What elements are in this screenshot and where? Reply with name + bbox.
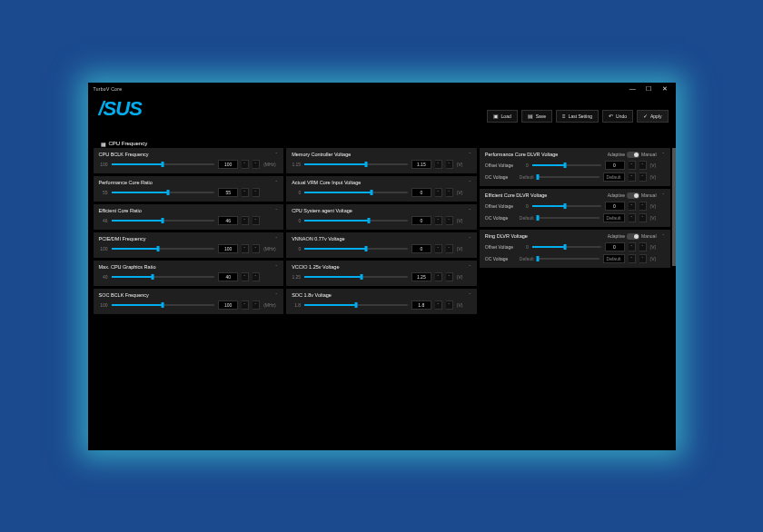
mode-toggle[interactable]: Adaptive Manual: [608, 192, 657, 199]
value-input[interactable]: 0: [411, 216, 431, 225]
collapse-icon[interactable]: ˄: [662, 233, 665, 239]
value-input[interactable]: 100: [218, 300, 238, 310]
step-up-button[interactable]: ˄: [242, 216, 249, 225]
value-input[interactable]: Default: [603, 213, 625, 222]
slider[interactable]: [304, 276, 408, 278]
collapse-icon[interactable]: ˄: [275, 152, 278, 157]
slider[interactable]: [112, 220, 215, 222]
collapse-icon[interactable]: ˄: [662, 152, 665, 157]
mode-toggle[interactable]: Adaptive Manual: [608, 233, 657, 240]
slider[interactable]: [112, 163, 215, 165]
collapse-icon[interactable]: ˄: [469, 208, 471, 213]
step-up-button[interactable]: ˄: [242, 160, 249, 169]
step-down-button[interactable]: ˅: [253, 244, 260, 253]
slider[interactable]: [304, 163, 408, 165]
step-up-button[interactable]: ˄: [435, 300, 442, 310]
step-down-button[interactable]: ˅: [253, 188, 260, 197]
slider[interactable]: [532, 164, 601, 166]
undo-button[interactable]: ↶Undo: [602, 110, 633, 123]
collapse-icon[interactable]: ˄: [275, 264, 278, 270]
step-down-button[interactable]: ˅: [446, 244, 453, 253]
step-up-button[interactable]: ˄: [629, 161, 636, 170]
collapse-icon[interactable]: ˄: [275, 236, 278, 241]
step-up-button[interactable]: ˄: [435, 272, 442, 281]
step-down-button[interactable]: ˅: [446, 272, 453, 281]
step-down-button[interactable]: ˅: [639, 213, 647, 222]
slider[interactable]: [304, 220, 408, 222]
value-input[interactable]: 100: [218, 160, 238, 169]
collapse-icon[interactable]: ˄: [275, 180, 278, 185]
step-down-button[interactable]: ˅: [253, 272, 260, 281]
step-up-button[interactable]: ˄: [242, 188, 249, 197]
maximize-button[interactable]: ☐: [645, 84, 654, 94]
step-down-button[interactable]: ˅: [639, 242, 647, 251]
step-up-button[interactable]: ˄: [242, 300, 249, 310]
last-setting-button[interactable]: ≡Last Setting: [556, 110, 599, 123]
toggle-track[interactable]: [627, 192, 639, 199]
step-down-button[interactable]: ˅: [446, 300, 453, 310]
load-button[interactable]: ▣Load: [487, 110, 518, 123]
save-button[interactable]: ▤Save: [521, 110, 552, 123]
step-up-button[interactable]: ˄: [629, 172, 636, 182]
value-input[interactable]: 1.25: [411, 272, 431, 281]
step-up-button[interactable]: ˄: [435, 160, 442, 169]
step-down-button[interactable]: ˅: [253, 300, 260, 310]
value-input[interactable]: 55: [218, 188, 238, 197]
step-down-button[interactable]: ˅: [639, 254, 647, 263]
step-down-button[interactable]: ˅: [446, 160, 453, 169]
minimize-button[interactable]: —: [629, 84, 638, 94]
value-input[interactable]: 40: [218, 272, 238, 281]
toggle-track[interactable]: [627, 233, 639, 240]
slider[interactable]: [112, 192, 215, 193]
step-up-button[interactable]: ˄: [629, 242, 636, 251]
apply-button[interactable]: ✓Apply: [637, 110, 669, 123]
slider[interactable]: [304, 192, 408, 193]
close-button[interactable]: ✕: [661, 84, 670, 94]
value-input[interactable]: 1.15: [411, 160, 431, 169]
slider[interactable]: [112, 304, 215, 306]
step-up-button[interactable]: ˄: [629, 254, 636, 263]
value-input[interactable]: 100: [218, 244, 238, 253]
slider[interactable]: [532, 205, 601, 207]
slider[interactable]: [112, 248, 215, 250]
value-input[interactable]: 0: [411, 188, 431, 197]
collapse-icon[interactable]: ˄: [469, 180, 471, 185]
value-input[interactable]: 0: [411, 244, 431, 253]
step-up-button[interactable]: ˄: [242, 272, 249, 281]
value-input[interactable]: 46: [218, 216, 238, 225]
slider[interactable]: [304, 248, 408, 250]
collapse-icon[interactable]: ˄: [662, 192, 665, 198]
value-input[interactable]: 0: [605, 242, 625, 251]
value-input[interactable]: Default: [603, 172, 625, 182]
slider[interactable]: [532, 246, 601, 248]
step-up-button[interactable]: ˄: [435, 244, 442, 253]
scrollbar-thumb[interactable]: [672, 148, 676, 267]
step-down-button[interactable]: ˅: [253, 160, 260, 169]
step-up-button[interactable]: ˄: [629, 213, 636, 222]
step-up-button[interactable]: ˄: [242, 244, 249, 253]
step-up-button[interactable]: ˄: [435, 216, 442, 225]
collapse-icon[interactable]: ˄: [275, 208, 278, 213]
slider[interactable]: [112, 276, 215, 278]
step-down-button[interactable]: ˅: [639, 161, 647, 170]
slider[interactable]: [538, 258, 600, 260]
step-down-button[interactable]: ˅: [446, 216, 453, 225]
step-down-button[interactable]: ˅: [446, 188, 453, 197]
collapse-icon[interactable]: ˄: [469, 292, 471, 298]
slider[interactable]: [538, 217, 600, 219]
collapse-icon[interactable]: ˄: [275, 292, 278, 298]
slider[interactable]: [538, 176, 600, 178]
slider[interactable]: [304, 304, 408, 306]
step-down-button[interactable]: ˅: [639, 172, 647, 182]
toggle-track[interactable]: [627, 152, 639, 158]
collapse-icon[interactable]: ˄: [469, 264, 471, 270]
value-input[interactable]: 0: [605, 202, 625, 211]
step-down-button[interactable]: ˅: [639, 202, 647, 211]
collapse-icon[interactable]: ˄: [469, 152, 471, 157]
mode-toggle[interactable]: Adaptive Manual: [608, 152, 657, 158]
step-up-button[interactable]: ˄: [629, 202, 636, 211]
value-input[interactable]: 1.8: [411, 300, 431, 310]
step-down-button[interactable]: ˅: [253, 216, 260, 225]
value-input[interactable]: 0: [605, 161, 625, 170]
collapse-icon[interactable]: ˄: [469, 236, 471, 241]
